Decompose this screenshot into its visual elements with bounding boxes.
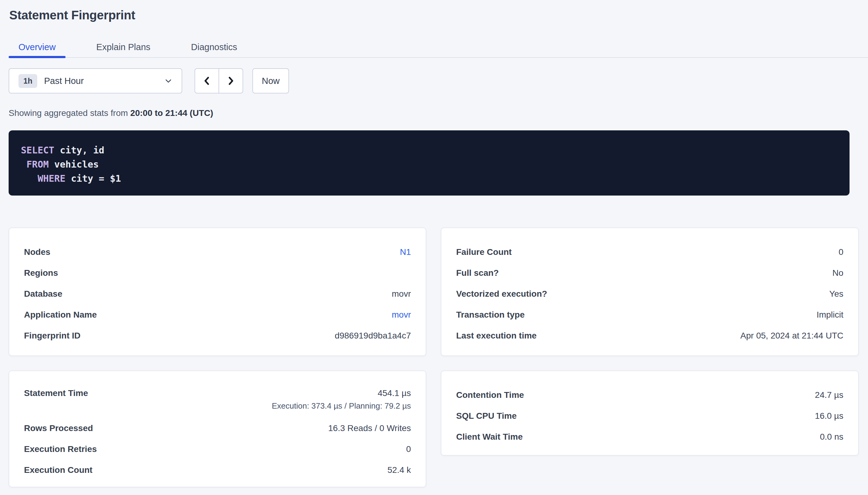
- row-value: 0: [838, 247, 844, 257]
- tab-overview-label: Overview: [18, 42, 56, 52]
- aggregated-stats-range: 20:00 to 21:44 (UTC): [130, 108, 213, 118]
- detail-row-last-execution-time: Last execution time Apr 05, 2024 at 21:4…: [456, 325, 844, 346]
- perf-row-statement-time: Statement Time 454.1 µs Execution: 373.4…: [24, 385, 411, 418]
- statement-details-card: Nodes N1 Regions Database movr Applicati…: [9, 227, 426, 356]
- row-label: Transaction type: [456, 310, 525, 320]
- detail-row-database: Database movr: [24, 284, 411, 304]
- time-controls: 1h Past Hour Now: [9, 68, 289, 93]
- row-label: Contention Time: [456, 390, 524, 400]
- row-label: Rows Processed: [24, 423, 93, 433]
- row-label: Regions: [24, 268, 58, 278]
- row-value: movr: [392, 289, 411, 299]
- sql-keyword: FROM: [27, 159, 49, 170]
- detail-row-regions: Regions: [24, 262, 411, 284]
- row-label: Vectorized execution?: [456, 289, 547, 299]
- row-value: Yes: [829, 289, 844, 299]
- row-label: Client Wait Time: [456, 432, 523, 442]
- tab-diagnostics-label: Diagnostics: [191, 42, 237, 52]
- row-value: Implicit: [817, 310, 844, 320]
- row-value: 0: [406, 444, 411, 454]
- tab-bar: Overview Explain Plans Diagnostics: [0, 36, 868, 58]
- now-button-label: Now: [262, 76, 279, 86]
- row-label: Fingerprint ID: [24, 331, 81, 341]
- perf-row-execution-retries: Execution Retries 0: [24, 439, 411, 460]
- row-label: Execution Count: [24, 465, 92, 475]
- row-label: Last execution time: [456, 331, 537, 341]
- execution-attributes-card: Failure Count 0 Full scan? No Vectorized…: [441, 227, 859, 356]
- row-value: 16.3 Reads / 0 Writes: [328, 423, 411, 433]
- aggregated-stats-prefix: Showing aggregated stats from: [9, 108, 130, 118]
- perf-row-client-wait-time: Client Wait Time 0.0 ns: [456, 426, 844, 447]
- row-value: Apr 05, 2024 at 21:44 UTC: [740, 331, 844, 341]
- next-time-range-button[interactable]: [219, 68, 243, 93]
- time-range-badge: 1h: [18, 74, 37, 88]
- row-label: Application Name: [24, 310, 97, 320]
- row-value: 52.4 k: [388, 465, 411, 475]
- nodes-link[interactable]: N1: [400, 247, 411, 257]
- row-label: Execution Retries: [24, 444, 97, 454]
- row-label: Full scan?: [456, 268, 498, 278]
- application-name-link[interactable]: movr: [392, 310, 411, 320]
- tab-diagnostics[interactable]: Diagnostics: [181, 36, 247, 58]
- row-label: SQL CPU Time: [456, 411, 517, 421]
- statement-performance-card: Statement Time 454.1 µs Execution: 373.4…: [9, 371, 426, 487]
- detail-row-full-scan: Full scan? No: [456, 262, 844, 284]
- row-value: 16.0 µs: [815, 411, 844, 421]
- row-value: No: [832, 268, 844, 278]
- sql-line-1: SELECT city, id: [21, 143, 837, 157]
- statement-time-breakdown: Execution: 373.4 µs / Planning: 79.2 µs: [272, 401, 411, 411]
- now-button[interactable]: Now: [252, 68, 289, 93]
- row-value: 0.0 ns: [820, 432, 844, 442]
- previous-time-range-button[interactable]: [195, 68, 219, 93]
- detail-row-transaction-type: Transaction type Implicit: [456, 304, 844, 325]
- perf-row-rows-processed: Rows Processed 16.3 Reads / 0 Writes: [24, 418, 411, 439]
- row-label: Nodes: [24, 247, 50, 257]
- aggregated-stats-caption: Showing aggregated stats from 20:00 to 2…: [9, 108, 213, 118]
- tab-explain-plans[interactable]: Explain Plans: [86, 36, 160, 58]
- chevron-left-icon: [202, 75, 211, 86]
- sql-keyword: WHERE: [37, 173, 65, 184]
- sql-keyword: SELECT: [21, 145, 54, 156]
- row-value: 454.1 µs: [378, 388, 411, 398]
- sql-statement-box: SELECT city, id FROM vehicles WHERE city…: [9, 130, 850, 195]
- row-value: d986919d9ba1a4c7: [334, 331, 411, 341]
- page-title: Statement Fingerprint: [9, 7, 135, 23]
- perf-row-contention-time: Contention Time 24.7 µs: [456, 385, 844, 406]
- sql-line-3: WHERE city = $1: [21, 172, 837, 186]
- detail-row-nodes: Nodes N1: [24, 242, 411, 262]
- detail-row-fingerprint-id: Fingerprint ID d986919d9ba1a4c7: [24, 325, 411, 346]
- row-label: Failure Count: [456, 247, 511, 257]
- time-range-label: Past Hour: [44, 76, 164, 86]
- perf-row-sql-cpu-time: SQL CPU Time 16.0 µs: [456, 406, 844, 426]
- perf-row-execution-count: Execution Count 52.4 k: [24, 460, 411, 480]
- tab-explain-plans-label: Explain Plans: [96, 42, 150, 52]
- detail-row-vectorized-execution: Vectorized execution? Yes: [456, 284, 844, 304]
- sql-line-2: FROM vehicles: [21, 157, 837, 172]
- detail-row-failure-count: Failure Count 0: [456, 242, 844, 262]
- chevron-down-icon: [164, 77, 173, 85]
- wait-time-card: Contention Time 24.7 µs SQL CPU Time 16.…: [441, 371, 859, 456]
- row-value: 24.7 µs: [815, 390, 844, 400]
- detail-row-application-name: Application Name movr: [24, 304, 411, 325]
- time-range-dropdown[interactable]: 1h Past Hour: [9, 68, 182, 93]
- tab-overview[interactable]: Overview: [9, 36, 66, 58]
- row-label: Database: [24, 289, 63, 299]
- row-label: Statement Time: [24, 388, 88, 398]
- chevron-right-icon: [226, 75, 235, 86]
